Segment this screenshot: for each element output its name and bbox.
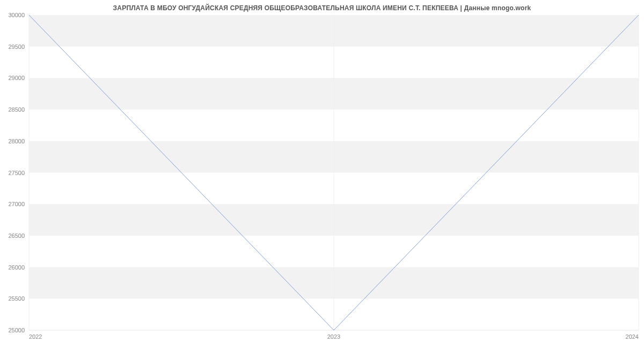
y-tick-label: 28000	[8, 138, 25, 144]
chart-svg: 2500025500260002650027000275002800028500…	[0, 0, 644, 349]
chart-container: ЗАРПЛАТА В МБОУ ОНГУДАЙСКАЯ СРЕДНЯЯ ОБЩЕ…	[0, 0, 644, 349]
y-tick-label: 25500	[8, 295, 25, 302]
x-tick-label: 2024	[626, 333, 639, 340]
y-tick-label: 28500	[8, 106, 25, 113]
chart-title: ЗАРПЛАТА В МБОУ ОНГУДАЙСКАЯ СРЕДНЯЯ ОБЩЕ…	[0, 4, 644, 12]
y-tick-label: 26000	[8, 264, 25, 271]
y-tick-label: 29500	[8, 43, 25, 50]
y-tick-label: 30000	[8, 12, 25, 18]
y-tick-label: 25000	[8, 327, 25, 333]
y-tick-label: 26500	[8, 232, 25, 239]
y-tick-label: 27000	[8, 201, 25, 207]
y-tick-label: 29000	[8, 75, 25, 81]
x-tick-label: 2022	[29, 333, 42, 340]
x-tick-label: 2023	[327, 333, 340, 340]
y-tick-label: 27500	[8, 170, 25, 176]
